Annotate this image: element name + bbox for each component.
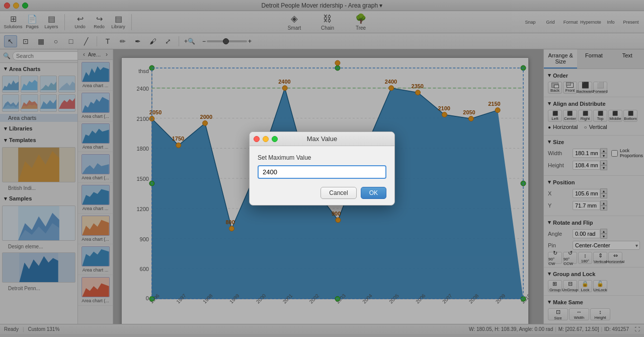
- modal-title: Max Value: [307, 135, 337, 143]
- modal-cancel-button[interactable]: Cancel: [320, 187, 356, 199]
- modal-buttons: Cancel OK: [250, 183, 394, 205]
- modal-label: Set Maximum Value: [258, 154, 386, 161]
- modal-window-controls: [254, 136, 278, 142]
- modal-overlay: Max Value Set Maximum Value Cancel OK: [0, 0, 644, 337]
- modal-titlebar: Max Value: [250, 132, 394, 146]
- modal-minimize-button[interactable]: [263, 136, 269, 142]
- modal-dialog: Max Value Set Maximum Value Cancel OK: [249, 131, 395, 206]
- modal-maximize-button[interactable]: [272, 136, 278, 142]
- modal-close-button[interactable]: [254, 136, 260, 142]
- modal-body: Set Maximum Value: [250, 146, 394, 183]
- modal-ok-button[interactable]: OK: [361, 187, 386, 199]
- modal-input[interactable]: [258, 165, 386, 179]
